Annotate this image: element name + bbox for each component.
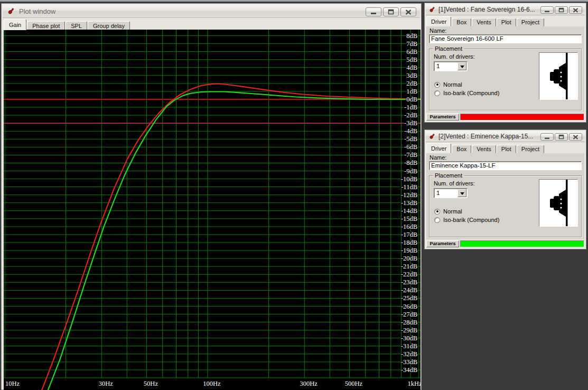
- chevron-down-icon[interactable]: [458, 189, 466, 197]
- driver1-title: [1]Vented : Fane Sovereign 16-6...: [438, 6, 535, 13]
- driver-window-1: [1]Vented : Fane Sovereign 16-6... Drive…: [424, 3, 586, 123]
- svg-text:10Hz: 10Hz: [5, 380, 20, 387]
- restore-button[interactable]: [555, 6, 568, 14]
- num-drivers-label: Num. of drivers:: [434, 180, 475, 187]
- plot-window: Plot window Gain Phase plot SPL Group de…: [1, 3, 422, 390]
- tab-vents[interactable]: Vents: [472, 145, 496, 153]
- svg-text:-16dB: -16dB: [401, 223, 417, 230]
- driver2-bottomrow: Parameters: [426, 240, 584, 247]
- num-drivers-label: Num. of drivers:: [434, 53, 475, 60]
- radio-isobarik[interactable]: Iso-barik (Compound): [434, 90, 499, 96]
- wrench-icon: [429, 6, 435, 13]
- name-label: Name:: [430, 154, 446, 161]
- parameters-button[interactable]: Parameters: [426, 240, 459, 247]
- svg-text:300Hz: 300Hz: [300, 380, 318, 387]
- gain-chart: 8dB7dB6dB5dB4dB3dB2dB1dB0dB-1dB-2dB-3dB-…: [4, 30, 421, 390]
- svg-text:-34dB: -34dB: [401, 366, 417, 374]
- radio-dot: [434, 90, 440, 96]
- svg-text:-3dB: -3dB: [404, 119, 417, 127]
- svg-text:4dB: 4dB: [406, 64, 417, 71]
- name-label: Name:: [430, 27, 446, 34]
- tab-project[interactable]: Project: [517, 145, 544, 153]
- num-drivers-value: 1: [434, 62, 457, 71]
- driver1-tabstrip: Driver Box Vents Plot Project: [426, 16, 584, 26]
- svg-text:-9dB: -9dB: [404, 168, 417, 175]
- svg-text:-17dB: -17dB: [401, 231, 417, 238]
- driver1-bottomrow: Parameters: [426, 114, 584, 120]
- svg-text:-30dB: -30dB: [401, 335, 417, 342]
- radio-normal[interactable]: Normal: [434, 81, 462, 88]
- svg-text:-27dB: -27dB: [401, 311, 417, 318]
- radio-normal[interactable]: Normal: [434, 208, 462, 215]
- svg-text:-26dB: -26dB: [401, 303, 417, 310]
- svg-text:-11dB: -11dB: [401, 183, 417, 191]
- radio-isobarik[interactable]: Iso-barik (Compound): [434, 217, 499, 223]
- restore-button[interactable]: [555, 133, 568, 141]
- status-bar: [460, 114, 584, 120]
- tab-project[interactable]: Project: [517, 18, 544, 26]
- svg-text:2dB: 2dB: [406, 80, 417, 87]
- radio-dot: [434, 209, 440, 215]
- tab-vents[interactable]: Vents: [472, 18, 496, 26]
- minimize-button[interactable]: [540, 133, 554, 141]
- radio-dot: [434, 82, 440, 88]
- close-icon[interactable]: [400, 7, 416, 16]
- gain-plot-area: 8dB7dB6dB5dB4dB3dB2dB1dB0dB-1dB-2dB-3dB-…: [4, 30, 421, 390]
- driver1-titlebar[interactable]: [1]Vented : Fane Sovereign 16-6...: [426, 4, 585, 15]
- tab-driver[interactable]: Driver: [426, 143, 451, 153]
- svg-text:-22dB: -22dB: [401, 271, 417, 278]
- parameters-button[interactable]: Parameters: [426, 114, 459, 120]
- driver-name-input[interactable]: Fane Sovereign 16-600 LF: [429, 34, 582, 43]
- svg-text:3dB: 3dB: [406, 72, 417, 79]
- plot-window-titlebar[interactable]: Plot window: [3, 5, 420, 18]
- svg-text:-20dB: -20dB: [401, 255, 417, 262]
- tab-gain[interactable]: Gain: [4, 19, 26, 30]
- driver2-client: Name: Eminence Kappa-15-LF Placement Num…: [426, 153, 584, 239]
- svg-text:-12dB: -12dB: [401, 191, 417, 199]
- svg-text:-28dB: -28dB: [401, 319, 417, 326]
- driver2-tabstrip: Driver Box Vents Plot Project: [426, 143, 584, 153]
- tab-group-delay[interactable]: Group delay: [88, 21, 130, 30]
- placement-legend: Placement: [433, 45, 464, 52]
- svg-text:-14dB: -14dB: [401, 207, 417, 215]
- svg-text:-6dB: -6dB: [404, 143, 417, 151]
- speaker-diagram: [539, 52, 578, 100]
- tab-driver[interactable]: Driver: [426, 16, 451, 26]
- app-frame-top-edge: [0, 0, 588, 2]
- svg-text:-18dB: -18dB: [401, 239, 417, 246]
- minimize-button[interactable]: [366, 7, 381, 16]
- status-bar: [460, 240, 584, 247]
- placement-groupbox: Placement Num. of drivers: 1 Normal Iso-…: [429, 49, 582, 110]
- close-icon[interactable]: [569, 6, 582, 14]
- svg-text:6dB: 6dB: [406, 48, 417, 55]
- svg-text:-5dB: -5dB: [404, 135, 417, 143]
- tab-plot[interactable]: Plot: [497, 18, 516, 26]
- tab-phase-plot[interactable]: Phase plot: [27, 21, 65, 30]
- restore-button[interactable]: [383, 7, 399, 16]
- svg-text:1dB: 1dB: [406, 88, 417, 95]
- svg-text:5dB: 5dB: [406, 56, 417, 63]
- tab-box[interactable]: Box: [452, 18, 471, 26]
- driver2-titlebar[interactable]: [2]Vented : Eminence Kappa-15...: [426, 131, 585, 142]
- tab-box[interactable]: Box: [452, 145, 471, 153]
- driver-name-input[interactable]: Eminence Kappa-15-LF: [429, 161, 582, 170]
- tab-spl[interactable]: SPL: [66, 21, 87, 30]
- svg-text:8dB: 8dB: [406, 32, 417, 40]
- num-drivers-combobox[interactable]: 1: [434, 61, 468, 71]
- chevron-down-icon[interactable]: [458, 62, 466, 70]
- num-drivers-value: 1: [434, 189, 457, 198]
- svg-text:-1dB: -1dB: [404, 104, 417, 111]
- svg-text:-21dB: -21dB: [401, 263, 417, 270]
- svg-text:-19dB: -19dB: [401, 247, 417, 254]
- num-drivers-combobox[interactable]: 1: [434, 188, 468, 198]
- tab-plot[interactable]: Plot: [497, 145, 516, 153]
- svg-text:-23dB: -23dB: [401, 278, 417, 286]
- svg-text:-25dB: -25dB: [401, 294, 417, 302]
- minimize-button[interactable]: [540, 6, 554, 14]
- svg-text:-31dB: -31dB: [401, 342, 417, 350]
- svg-text:50Hz: 50Hz: [144, 380, 158, 387]
- close-icon[interactable]: [569, 133, 582, 141]
- svg-text:1kHz: 1kHz: [407, 380, 421, 387]
- svg-text:-29dB: -29dB: [401, 327, 417, 334]
- speaker-diagram: [539, 179, 578, 227]
